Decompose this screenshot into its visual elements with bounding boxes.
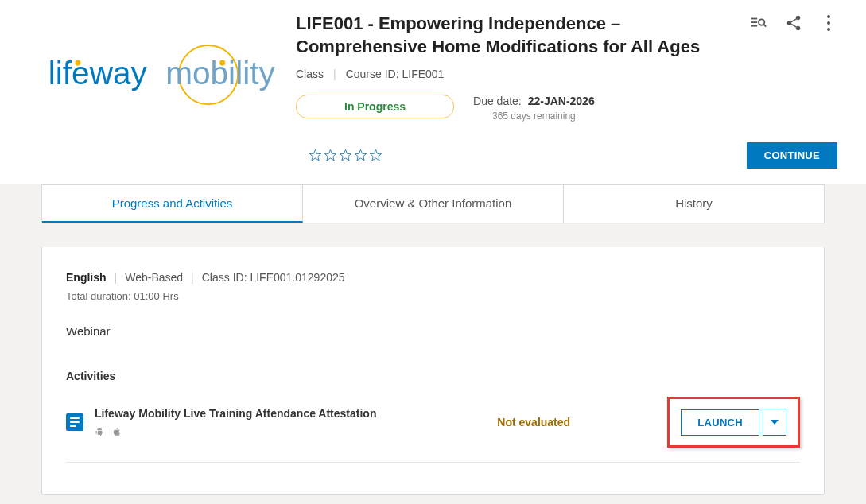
course-id: Course ID: LIFE001 xyxy=(346,68,445,80)
tab-overview[interactable]: Overview & Other Information xyxy=(303,185,564,223)
apple-icon xyxy=(111,426,122,437)
chevron-down-icon xyxy=(771,420,779,425)
svg-point-4 xyxy=(219,60,225,66)
document-icon xyxy=(66,413,83,431)
course-title: LIFE001 - Empowering Independence – Comp… xyxy=(296,13,740,58)
share-icon[interactable] xyxy=(785,14,802,32)
separator-bar: | xyxy=(115,271,118,284)
star-icon[interactable] xyxy=(324,149,337,162)
svg-text:lifeway: lifeway xyxy=(49,56,148,92)
android-icon xyxy=(95,426,105,437)
star-icon[interactable] xyxy=(339,149,352,162)
class-id: Class ID: LIFE001.01292025 xyxy=(202,271,345,284)
svg-marker-14 xyxy=(324,150,336,161)
activities-heading: Activities xyxy=(66,370,800,382)
svg-text:mobility: mobility xyxy=(165,56,275,92)
launch-highlight-box: LAUNCH xyxy=(667,397,800,448)
continue-button[interactable]: CONTINUE xyxy=(747,142,837,169)
svg-marker-17 xyxy=(370,150,381,161)
activity-status: Not evaluated xyxy=(497,416,656,428)
star-rating[interactable] xyxy=(309,149,383,162)
class-format: Webinar xyxy=(66,324,800,338)
course-type: Class xyxy=(296,68,324,80)
course-meta: Class | Course ID: LIFE001 xyxy=(296,68,740,80)
separator-bar: | xyxy=(333,68,336,80)
class-duration: Total duration: 01:00 Hrs xyxy=(66,290,800,302)
tab-bar: Progress and Activities Overview & Other… xyxy=(41,184,825,223)
svg-marker-15 xyxy=(340,150,351,161)
class-delivery: Web-Based xyxy=(125,271,183,284)
activity-row: Lifeway Mobility Live Training Attendanc… xyxy=(66,397,800,463)
svg-point-12 xyxy=(796,26,801,30)
due-date-label: Due date: xyxy=(473,95,522,107)
status-badge: In Progress xyxy=(296,95,454,118)
svg-point-10 xyxy=(796,16,801,21)
more-options-icon[interactable] xyxy=(820,14,837,32)
launch-dropdown-toggle[interactable] xyxy=(763,409,786,436)
svg-marker-13 xyxy=(309,150,320,161)
star-icon[interactable] xyxy=(309,149,322,162)
class-language: English xyxy=(66,271,107,284)
brand-logo: lifeway mobility xyxy=(41,10,296,122)
svg-point-11 xyxy=(787,21,792,25)
launch-button[interactable]: LAUNCH xyxy=(681,409,759,436)
activity-title: Lifeway Mobility Live Training Attendanc… xyxy=(95,407,486,420)
due-date-value: 22-JAN-2026 xyxy=(528,95,595,107)
star-icon[interactable] xyxy=(354,149,367,162)
star-icon[interactable] xyxy=(369,149,383,162)
svg-marker-16 xyxy=(355,150,366,161)
svg-line-9 xyxy=(763,25,766,27)
svg-point-3 xyxy=(75,60,80,66)
days-remaining: 365 days remaining xyxy=(473,110,595,122)
tab-progress-activities[interactable]: Progress and Activities xyxy=(42,185,303,223)
tab-history[interactable]: History xyxy=(564,185,824,223)
search-list-icon[interactable] xyxy=(750,14,767,32)
class-card: English | Web-Based | Class ID: LIFE001.… xyxy=(41,247,825,495)
separator-bar: | xyxy=(191,271,194,284)
svg-point-8 xyxy=(759,19,764,25)
